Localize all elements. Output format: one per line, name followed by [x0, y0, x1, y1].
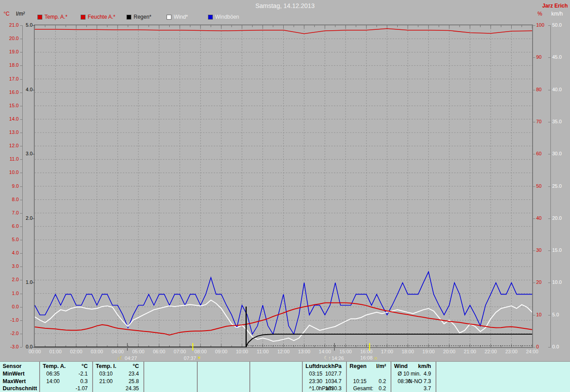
x-axis-label: 01:00 [46, 349, 65, 354]
x-axis-label: 09:00 [212, 349, 231, 354]
table-col-unit: km/h [391, 363, 431, 369]
x-axis-label: 08:00 [191, 349, 210, 354]
x-axis-label: 18:00 [398, 349, 418, 354]
table-col-unit: l/m² [346, 363, 386, 369]
right-humidity-axis-label: 10 [536, 312, 550, 317]
table-cell-value: 1034.7 [302, 378, 342, 384]
x-axis-label: 17:00 [377, 349, 397, 354]
right-wind-axis-label: 35.0 [552, 119, 570, 124]
table-cell-value: N-NO 7.3 [391, 378, 431, 384]
right-wind-axis-line [550, 25, 551, 347]
weather-station-day-view: Samstag, 14.12.2013 Jarz Erich °C l/m² %… [0, 0, 570, 392]
left-temp-axis-label: 0.0 [0, 304, 19, 309]
left-temp-axis-label: 8.0 [0, 197, 19, 202]
table-cell-value: 0.3 [39, 378, 88, 384]
x-axis-label: 10:00 [232, 349, 252, 354]
left-temp-axis-label: 13.0 [0, 129, 19, 135]
table-cell-value: -1.07 [39, 385, 88, 392]
x-axis-label: 15:00 [336, 349, 355, 354]
left-temp-axis-label: -2.0 [0, 331, 19, 336]
table-cell-value: 0.2 [346, 378, 386, 384]
right-humidity-tick [533, 347, 535, 348]
x-axis-label: 12:00 [274, 349, 293, 354]
x-axis-label: 13:00 [294, 349, 314, 354]
table-cell-value: 0.2 [346, 385, 386, 392]
left-temp-axis-label: 6.0 [0, 223, 19, 229]
left-temp-axis-label: 14.0 [0, 116, 19, 121]
right-humidity-tick [533, 25, 535, 26]
right-humidity-axis-label: 40 [536, 215, 550, 221]
table-separator [143, 362, 144, 392]
left-temp-axis-label: 17.0 [0, 76, 19, 81]
x-axis-label: 02:00 [66, 349, 86, 354]
sunrise-tick [192, 343, 193, 351]
table-row-label: MaxWert [3, 378, 38, 384]
left-temp-axis-label: -1.0 [0, 317, 19, 323]
left-temp-axis-label: -3.0 [0, 344, 19, 349]
axis-labels-layer: 21.020.019.018.017.016.015.014.013.012.0… [0, 0, 570, 361]
right-wind-tick [548, 347, 551, 348]
table-row-label: MinWert [3, 371, 38, 377]
left-rain-axis-label: 4.0 [20, 87, 33, 92]
right-humidity-axis-label: 80 [536, 87, 550, 92]
x-axis-label: 20:00 [440, 349, 459, 354]
x-axis-label: 19:00 [419, 349, 438, 354]
right-humidity-tick [533, 154, 535, 154]
left-temp-axis-line [22, 25, 23, 347]
right-wind-axis-label: 45.0 [552, 54, 570, 60]
left-temp-axis-label: 11.0 [0, 156, 19, 162]
left-temp-axis-label: 15.0 [0, 103, 19, 108]
left-temp-axis-label: 9.0 [0, 183, 19, 189]
sunrise-marker: 07:37☀ [172, 355, 212, 361]
right-humidity-tick [533, 283, 535, 283]
table-col-unit: °C [92, 363, 139, 369]
right-wind-axis-label: 10.0 [552, 279, 570, 285]
right-wind-axis-label: 20.0 [552, 215, 570, 221]
right-humidity-axis-label: 100 [536, 22, 550, 28]
x-axis-label: 11:00 [253, 349, 273, 354]
moonset-time: 04:27 [125, 356, 137, 361]
sunset-icon: ☼ [374, 355, 378, 360]
right-humidity-tick [533, 57, 535, 58]
left-temp-axis-label: 3.0 [0, 263, 19, 269]
left-temp-axis-label: 1.0 [0, 291, 19, 296]
moonset-marker: ↓☾04:27 [107, 355, 147, 361]
right-humidity-tick [533, 315, 535, 315]
right-wind-axis-label: 40.0 [552, 87, 570, 92]
moonrise-time: 14:26 [332, 356, 344, 361]
table-separator [249, 362, 250, 392]
x-axis-label: 23:00 [501, 349, 521, 354]
left-temp-axis-label: 12.0 [0, 143, 19, 148]
left-temp-axis-label: 10.0 [0, 170, 19, 175]
x-axis-label: 16:00 [357, 349, 376, 354]
x-axis-label: 00:00 [25, 349, 45, 354]
sunset-time: 16:08 [360, 355, 373, 360]
moonrise-marker: ☾↑14:26 [314, 355, 354, 361]
left-temp-axis-label: 21.0 [0, 22, 19, 28]
moonrise-icon: ☾↑ [324, 355, 330, 361]
right-humidity-tick [533, 186, 535, 187]
right-humidity-axis-label: 60 [536, 151, 550, 156]
left-rain-tick [33, 154, 35, 154]
sunset-marker: 16:08☼ [349, 355, 389, 360]
left-rain-tick [33, 218, 35, 219]
x-axis-label: 04:00 [108, 349, 127, 354]
left-rain-tick [33, 25, 35, 26]
left-rain-axis-label: 5.0 [20, 22, 33, 28]
x-axis-label: 22:00 [481, 349, 501, 354]
sunrise-time: 07:37 [184, 356, 196, 361]
right-humidity-axis-label: 70 [536, 119, 550, 124]
table-separator [39, 362, 40, 392]
table-separator [302, 362, 303, 392]
moonset-icon: ↓☾ [117, 355, 124, 361]
table-separator [436, 362, 436, 392]
left-temp-axis-label: 2.0 [0, 277, 19, 282]
table-separator [346, 362, 347, 392]
table-cell-value: 24.35 [92, 385, 139, 392]
left-temp-axis-label: 18.0 [0, 62, 19, 68]
left-temp-axis-label: 7.0 [0, 210, 19, 215]
table-cell-value: 1027.7 [302, 371, 342, 377]
left-rain-tick [33, 90, 35, 90]
sunset-tick [369, 343, 370, 351]
right-wind-axis-label: 0.0 [552, 344, 570, 349]
